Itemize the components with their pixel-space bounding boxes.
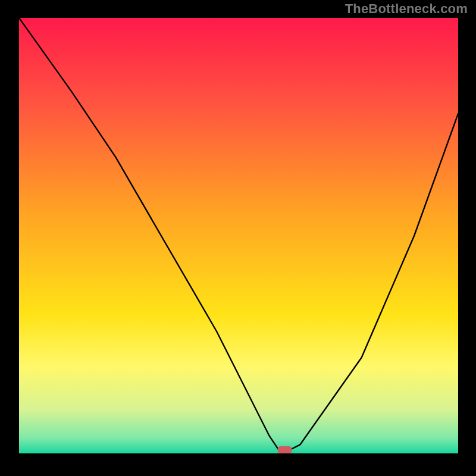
chart-svg: [19, 18, 458, 453]
min-marker: [278, 446, 292, 453]
chart-plot-area: [19, 18, 458, 453]
watermark-text: TheBottleneck.com: [345, 1, 468, 17]
gradient-background: [19, 18, 458, 453]
